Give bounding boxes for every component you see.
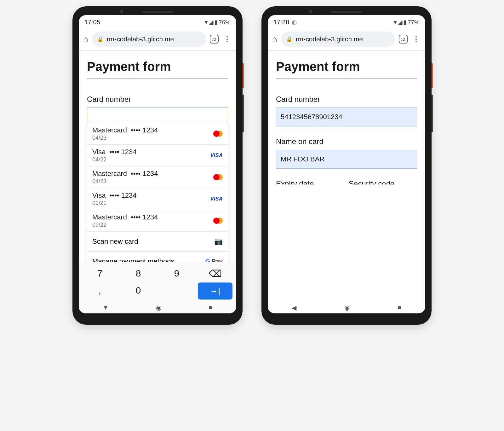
key-go[interactable]: →| bbox=[198, 282, 232, 300]
numeric-keypad: 7 8 9 ⌫ , 0 →| bbox=[79, 262, 236, 300]
card-digits: •••• 1234 bbox=[131, 170, 158, 178]
scan-label: Scan new card bbox=[92, 237, 138, 246]
nav-recent-icon[interactable]: ■ bbox=[398, 304, 401, 312]
home-icon[interactable]: ⌂ bbox=[83, 34, 88, 44]
manage-label: Manage payment methods… bbox=[92, 257, 181, 262]
card-brand: Mastercard bbox=[92, 126, 127, 134]
cvc-label: Security code bbox=[349, 179, 417, 184]
more-menu-icon[interactable]: ⋮ bbox=[222, 35, 232, 43]
gpay-icon: G Pay bbox=[205, 258, 223, 262]
status-time: 17:05 bbox=[84, 19, 100, 26]
tabs-button[interactable]: :D bbox=[210, 35, 219, 44]
scan-new-card[interactable]: Scan new card 📷 bbox=[87, 231, 228, 251]
speaker-slot bbox=[142, 11, 173, 13]
nav-back-icon[interactable]: ▼ bbox=[102, 304, 109, 312]
page-content: Payment form Card number Mastercard ••••… bbox=[79, 51, 236, 262]
page-title: Payment form bbox=[276, 60, 417, 79]
autofill-card-item[interactable]: Mastercard •••• 1234 04/23 bbox=[87, 166, 228, 188]
name-on-card-label: Name on card bbox=[276, 137, 417, 146]
key-comma[interactable]: , bbox=[81, 282, 119, 299]
card-digits: •••• 1234 bbox=[131, 213, 158, 221]
wifi-icon: ▾ bbox=[394, 19, 397, 26]
card-brand: Visa bbox=[92, 191, 106, 199]
tabs-button[interactable]: :D bbox=[399, 35, 408, 44]
screen-left: 17:05 ▾ ◢ ▮ 76% ⌂ 🔒 rm-codelab-3.glitch.… bbox=[79, 15, 236, 313]
system-nav: ▼ ◉ ■ bbox=[79, 300, 236, 313]
speaker-slot bbox=[331, 11, 362, 13]
nav-home-icon[interactable]: ◉ bbox=[156, 304, 161, 312]
address-bar[interactable]: 🔒 rm-codelab-3.glitch.me bbox=[281, 32, 395, 47]
volume-button bbox=[243, 95, 244, 132]
battery-icon: ▮ bbox=[404, 19, 407, 26]
card-digits: •••• 1234 bbox=[131, 126, 158, 134]
url-text: rm-codelab-3.glitch.me bbox=[107, 35, 174, 43]
status-time: 17:28 bbox=[273, 19, 289, 26]
wifi-icon: ▾ bbox=[205, 19, 208, 26]
battery-pct: 76% bbox=[219, 19, 231, 26]
power-button bbox=[432, 63, 433, 88]
status-bar: 17:28 ◐ ▾ ◢ ▮ 77% bbox=[268, 15, 425, 29]
autofill-card-item[interactable]: Mastercard •••• 1234 09/22 bbox=[87, 210, 228, 231]
nav-recent-icon[interactable]: ■ bbox=[209, 304, 213, 312]
key-8[interactable]: 8 bbox=[119, 265, 158, 282]
card-exp: 09/21 bbox=[92, 200, 137, 207]
browser-toolbar: ⌂ 🔒 rm-codelab-3.glitch.me :D ⋮ bbox=[268, 29, 425, 51]
page-title: Payment form bbox=[87, 60, 228, 79]
signal-icon: ◢ bbox=[398, 19, 403, 26]
key-0[interactable]: 0 bbox=[119, 282, 158, 299]
card-number-input[interactable] bbox=[276, 108, 417, 126]
manage-payment-methods[interactable]: Manage payment methods… G Pay bbox=[87, 251, 228, 262]
autofill-dropdown: Mastercard •••• 1234 04/23 Visa •••• 123… bbox=[87, 123, 228, 262]
volume-button bbox=[432, 95, 433, 132]
card-exp: 04/22 bbox=[92, 156, 137, 163]
key-9[interactable]: 9 bbox=[158, 265, 196, 282]
camera-icon: 📷 bbox=[214, 237, 223, 246]
signal-icon: ◢ bbox=[209, 19, 214, 26]
page-content: Payment form Card number Name on card Ex… bbox=[268, 51, 425, 184]
card-exp: 04/23 bbox=[92, 135, 158, 141]
mastercard-icon bbox=[213, 218, 223, 224]
card-exp: 04/23 bbox=[92, 178, 158, 185]
browser-toolbar: ⌂ 🔒 rm-codelab-3.glitch.me :D ⋮ bbox=[79, 29, 236, 51]
lock-icon: 🔒 bbox=[97, 36, 104, 43]
card-number-label: Card number bbox=[87, 95, 228, 104]
power-button bbox=[243, 63, 244, 88]
nav-home-icon[interactable]: ◉ bbox=[344, 304, 350, 312]
phone-right: 17:28 ◐ ▾ ◢ ▮ 77% ⌂ 🔒 rm-codelab-3.glitc… bbox=[261, 6, 432, 325]
battery-icon: ▮ bbox=[215, 19, 218, 26]
system-nav: ◀ ◉ ■ bbox=[268, 300, 425, 313]
key-period[interactable] bbox=[158, 282, 196, 299]
camera-dot bbox=[309, 10, 312, 14]
card-brand: Visa bbox=[92, 148, 106, 156]
card-digits: •••• 1234 bbox=[110, 148, 137, 156]
status-bar: 17:05 ▾ ◢ ▮ 76% bbox=[79, 15, 236, 29]
visa-icon: VISA bbox=[210, 153, 223, 158]
phone-left: 17:05 ▾ ◢ ▮ 76% ⌂ 🔒 rm-codelab-3.glitch.… bbox=[72, 6, 243, 325]
card-brand: Mastercard bbox=[92, 213, 127, 221]
camera-dot bbox=[120, 10, 123, 14]
tabs-count: :D bbox=[401, 37, 405, 42]
card-digits: •••• 1234 bbox=[110, 191, 137, 199]
visa-icon: VISA bbox=[210, 196, 223, 202]
card-brand: Mastercard bbox=[92, 170, 127, 178]
card-exp: 09/22 bbox=[92, 222, 158, 228]
autofill-card-item[interactable]: Visa •••• 1234 04/22 VISA bbox=[87, 144, 228, 166]
autofill-card-item[interactable]: Visa •••• 1234 09/21 VISA bbox=[87, 188, 228, 210]
url-text: rm-codelab-3.glitch.me bbox=[296, 35, 363, 43]
mastercard-icon bbox=[213, 174, 223, 180]
key-7[interactable]: 7 bbox=[81, 265, 119, 282]
autofill-card-item[interactable]: Mastercard •••• 1234 04/23 bbox=[87, 123, 228, 144]
more-menu-icon[interactable]: ⋮ bbox=[411, 35, 421, 43]
tabs-count: :D bbox=[212, 37, 216, 42]
data-saver-icon: ◐ bbox=[292, 19, 297, 26]
nav-back-icon[interactable]: ◀ bbox=[292, 304, 296, 312]
card-number-label: Card number bbox=[276, 95, 417, 104]
mastercard-icon bbox=[213, 131, 223, 137]
lock-icon: 🔒 bbox=[286, 36, 293, 43]
expiry-label: Expiry date bbox=[276, 179, 344, 184]
name-on-card-input[interactable] bbox=[276, 150, 417, 169]
battery-pct: 77% bbox=[408, 19, 420, 26]
home-icon[interactable]: ⌂ bbox=[272, 34, 277, 44]
key-backspace[interactable]: ⌫ bbox=[196, 265, 234, 282]
address-bar[interactable]: 🔒 rm-codelab-3.glitch.me bbox=[92, 32, 206, 47]
